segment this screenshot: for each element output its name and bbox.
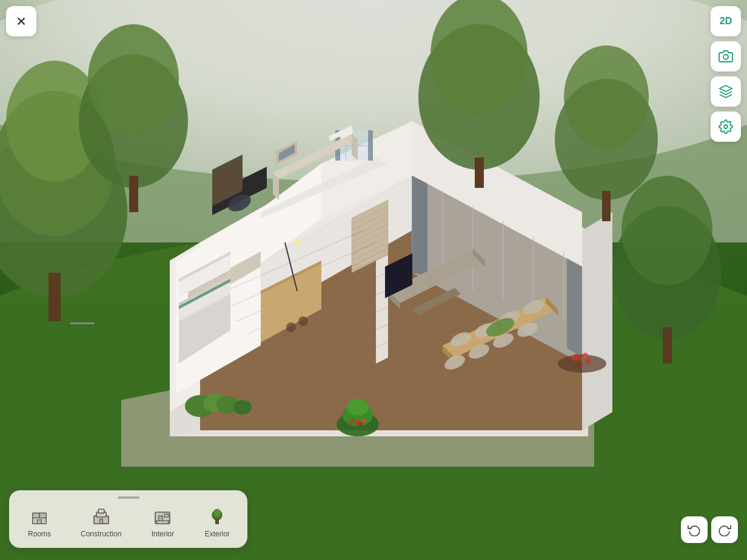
svg-point-135 bbox=[564, 45, 649, 148]
undo-icon bbox=[688, 523, 701, 536]
undo-button[interactable] bbox=[681, 516, 708, 543]
settings-button[interactable] bbox=[711, 112, 741, 142]
svg-rect-154 bbox=[98, 509, 104, 513]
tab-items: Rooms Construction Interior bbox=[21, 505, 235, 541]
svg-rect-148 bbox=[33, 513, 39, 518]
interior-label: Interior bbox=[152, 530, 174, 538]
svg-marker-58 bbox=[567, 258, 582, 358]
layers-button[interactable] bbox=[711, 76, 741, 107]
camera-icon bbox=[719, 49, 733, 64]
svg-point-110 bbox=[349, 419, 354, 424]
layers-icon bbox=[719, 84, 733, 99]
svg-point-144 bbox=[723, 55, 728, 59]
tab-exterior[interactable]: Exterior bbox=[199, 505, 235, 541]
svg-rect-49 bbox=[368, 130, 373, 161]
close-icon bbox=[15, 15, 28, 28]
bottom-tab-bar: Rooms Construction Interior bbox=[9, 490, 247, 548]
svg-rect-130 bbox=[475, 158, 484, 188]
svg-point-116 bbox=[576, 359, 582, 365]
svg-rect-149 bbox=[39, 513, 46, 518]
svg-rect-127 bbox=[129, 176, 138, 212]
settings-icon bbox=[719, 119, 733, 134]
redo-icon bbox=[718, 523, 731, 536]
svg-rect-155 bbox=[99, 519, 102, 524]
svg-point-138 bbox=[294, 239, 300, 245]
svg-rect-162 bbox=[216, 519, 219, 524]
svg-point-146 bbox=[724, 125, 728, 128]
svg-marker-145 bbox=[720, 85, 732, 92]
2d-label: 2D bbox=[720, 16, 732, 27]
svg-marker-57 bbox=[412, 176, 427, 276]
svg-point-109 bbox=[361, 418, 366, 423]
tab-interior[interactable]: Interior bbox=[144, 505, 181, 541]
drag-handle bbox=[118, 496, 139, 499]
tab-construction[interactable]: Construction bbox=[76, 505, 126, 541]
svg-point-112 bbox=[558, 355, 606, 373]
rooms-label: Rooms bbox=[28, 530, 51, 538]
redo-button[interactable] bbox=[711, 516, 738, 543]
svg-rect-158 bbox=[159, 516, 162, 521]
svg-rect-124 bbox=[49, 273, 61, 321]
svg-point-161 bbox=[213, 509, 221, 517]
exterior-icon bbox=[207, 507, 227, 527]
svg-point-107 bbox=[347, 399, 369, 416]
close-button[interactable] bbox=[6, 6, 36, 36]
svg-point-111 bbox=[359, 422, 363, 426]
svg-marker-25 bbox=[582, 212, 612, 430]
right-toolbar: 2D bbox=[711, 6, 741, 142]
exterior-label: Exterior bbox=[205, 530, 230, 538]
camera-button[interactable] bbox=[711, 41, 741, 72]
svg-point-80 bbox=[298, 316, 308, 326]
main-3d-view[interactable] bbox=[0, 0, 747, 560]
interior-icon bbox=[153, 507, 172, 527]
tab-rooms[interactable]: Rooms bbox=[21, 505, 58, 541]
svg-point-120 bbox=[233, 400, 252, 415]
undo-redo-controls bbox=[681, 516, 738, 543]
svg-point-79 bbox=[286, 322, 296, 332]
svg-rect-76 bbox=[70, 322, 95, 324]
construction-label: Construction bbox=[81, 530, 121, 538]
svg-rect-136 bbox=[602, 191, 611, 221]
svg-point-114 bbox=[582, 353, 588, 359]
2d-toggle-button[interactable]: 2D bbox=[711, 6, 741, 36]
svg-rect-151 bbox=[38, 520, 41, 524]
construction-icon bbox=[92, 507, 111, 527]
svg-rect-133 bbox=[663, 327, 672, 364]
svg-point-126 bbox=[88, 24, 179, 133]
svg-point-115 bbox=[586, 359, 591, 364]
house-scene bbox=[0, 0, 747, 560]
rooms-icon bbox=[30, 507, 49, 527]
svg-point-132 bbox=[621, 176, 712, 285]
svg-rect-159 bbox=[165, 514, 169, 517]
